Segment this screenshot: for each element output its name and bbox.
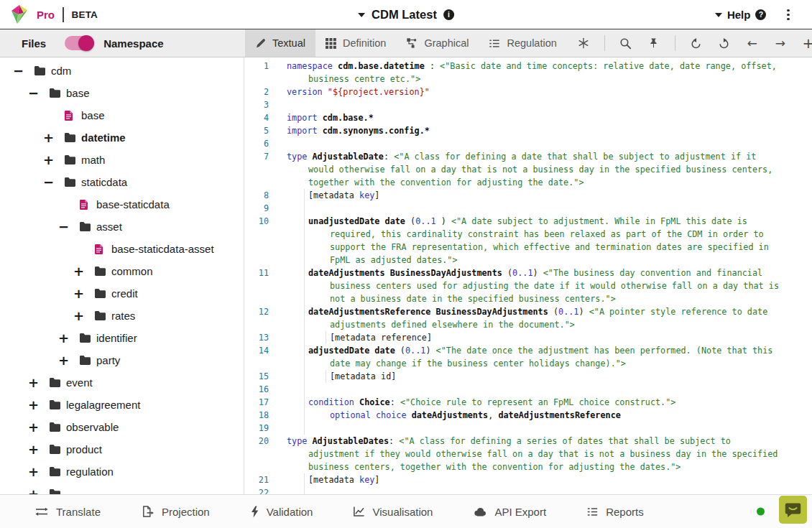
panel-visualisation[interactable]: Visualisation [353, 506, 433, 518]
search-button[interactable] [619, 34, 633, 52]
tree-item-cdm[interactable]: −cdm [0, 60, 244, 82]
expand-icon[interactable]: + [73, 310, 94, 323]
code-line[interactable]: 16 [244, 383, 812, 396]
code-line[interactable]: 19 [244, 422, 812, 435]
tree-item-observable[interactable]: +observable [0, 416, 244, 438]
kebab-menu-icon[interactable] [785, 7, 792, 23]
indent-guide [304, 305, 305, 318]
collapse-icon[interactable]: − [58, 221, 79, 233]
undo-button[interactable] [689, 34, 703, 52]
panel-projection[interactable]: Projection [141, 505, 210, 518]
tree-item-common[interactable]: +common [0, 260, 244, 282]
code-line-wrap[interactable]: FpML as adjusted dates."> [244, 254, 812, 267]
code-line-wrap[interactable]: adjustment if they would otherwise fall … [244, 448, 812, 460]
tree-item-rates[interactable]: +rates [0, 305, 244, 327]
info-icon[interactable]: i [443, 9, 454, 20]
panel-api-export[interactable]: API Export [473, 506, 546, 518]
tree-item-credit[interactable]: +credit [0, 282, 244, 305]
arrow-left-button[interactable]: ← [745, 34, 760, 52]
collapse-icon[interactable]: − [43, 176, 64, 189]
code-line[interactable]: 15[metadata id] [244, 370, 812, 383]
tree-item-regulation[interactable]: +regulation [0, 460, 244, 483]
expand-icon[interactable]: + [28, 421, 49, 434]
tree-item-datetime[interactable]: +datetime [0, 126, 244, 149]
code-line[interactable]: 10unadjustedDate date (0..1 ) <"A date s… [244, 215, 812, 228]
code-line-wrap[interactable]: required, this cardinality constraint ha… [244, 228, 812, 241]
tab-regulation[interactable]: Regulation [479, 29, 566, 57]
code-line[interactable]: 20type AdjustableDates: <"A class for de… [244, 435, 812, 448]
code-line[interactable]: 12dateAdjustmentsReference BusinessDayAd… [244, 305, 812, 318]
asterisk-button[interactable] [576, 34, 591, 52]
code-line-wrap[interactable]: not a business date in the specified bus… [244, 292, 812, 305]
code-line-wrap[interactable]: business centre etc."> [244, 73, 812, 85]
tree-item-staticdata[interactable]: −staticdata [0, 171, 244, 193]
files-namespace-toggle[interactable] [65, 36, 93, 50]
panel-translate[interactable]: Translate [34, 506, 101, 518]
pin-button[interactable] [647, 34, 661, 52]
redo-button[interactable] [717, 34, 732, 52]
code-line[interactable]: 1namespace cdm.base.datetime : <"Basic d… [244, 60, 812, 73]
code-content: would otherwise fall on a day that is no… [287, 163, 772, 176]
code-line[interactable]: 2version "${project.version}" [244, 85, 812, 98]
tab-definition[interactable]: Definition [315, 29, 396, 57]
collapse-icon[interactable]: − [28, 87, 49, 100]
code-line[interactable]: 13[metadata reference] [244, 331, 812, 344]
tree-item-event[interactable]: +event [0, 371, 244, 394]
code-line-wrap[interactable]: business centers used for adjusting the … [244, 279, 812, 292]
code-line[interactable]: 17condition Choice: <"Choice rule to rep… [244, 396, 812, 409]
tree-item-base[interactable]: base [0, 104, 244, 126]
tree-item[interactable]: + [0, 483, 244, 494]
intercom-chat-button[interactable] [779, 496, 807, 524]
code-line[interactable]: 3 [244, 98, 812, 111]
tree-item-identifier[interactable]: +identifier [0, 327, 244, 349]
code-line-wrap[interactable]: together with the convention for adjusti… [244, 176, 812, 189]
expand-icon[interactable]: + [43, 154, 64, 167]
expand-icon[interactable]: + [58, 332, 79, 345]
code-editor[interactable]: 1namespace cdm.base.datetime : <"Basic d… [244, 57, 812, 494]
code-line[interactable]: 9 [244, 202, 812, 215]
expand-icon[interactable]: + [28, 466, 49, 478]
workspace-selector[interactable]: CDM Latest i [358, 0, 454, 29]
code-line[interactable]: 14adjustedDate date (0..1) <"The date on… [244, 344, 812, 357]
code-line[interactable]: 5import cdm.synonyms.config.* [244, 124, 812, 137]
tree-item-legalagreement[interactable]: +legalagreement [0, 394, 244, 416]
code-line[interactable]: 22 [244, 486, 812, 494]
code-line[interactable]: 4import cdm.base.* [244, 111, 812, 124]
expand-icon[interactable]: + [58, 354, 79, 367]
panel-reports[interactable]: Reports [586, 506, 644, 518]
expand-icon[interactable]: + [28, 443, 49, 456]
code-line[interactable]: 18optional choice dateAdjustments, dateA… [244, 409, 812, 422]
tab-textual[interactable]: Textual [245, 29, 315, 57]
expand-icon[interactable]: + [28, 399, 49, 412]
plus-button[interactable]: + [801, 34, 812, 52]
help-menu[interactable]: Help ? [715, 9, 767, 21]
code-line[interactable]: 21[metadata key] [244, 473, 812, 486]
code-line-wrap[interactable]: support the FRA representation, which ef… [244, 241, 812, 254]
tree-item-base[interactable]: −base [0, 82, 244, 104]
code-line-wrap[interactable]: would otherwise fall on a day that is no… [244, 163, 812, 176]
code-line[interactable]: 11dateAdjustments BusinessDayAdjustments… [244, 267, 812, 279]
tree-item-asset[interactable]: −asset [0, 216, 244, 238]
expand-icon[interactable]: + [28, 376, 49, 389]
code-line-wrap[interactable]: date may change if the business center h… [244, 357, 812, 370]
code-line[interactable]: 8[metadata key] [244, 189, 812, 202]
tab-graphical[interactable]: Graphical [396, 29, 479, 57]
expand-icon[interactable]: + [28, 488, 49, 495]
expand-icon[interactable]: + [73, 265, 94, 278]
code-line-wrap[interactable]: adjustments defined elsewhere in the doc… [244, 318, 812, 331]
code-line-wrap[interactable]: business centers, together with the conv… [244, 460, 812, 473]
tree-item-math[interactable]: +math [0, 149, 244, 171]
arrow-right-button[interactable]: → [773, 34, 788, 52]
tree-item-base-staticdata[interactable]: base-staticdata [0, 193, 244, 216]
panel-validation[interactable]: Validation [250, 506, 313, 518]
code-line[interactable]: 6 [244, 137, 812, 150]
panel-label: Projection [162, 506, 210, 518]
expand-icon[interactable]: + [43, 131, 64, 144]
code-line[interactable]: 7type AdjustableDate: <"A class for defi… [244, 150, 812, 163]
tree-item-product[interactable]: +product [0, 438, 244, 460]
line-number: 20 [244, 436, 269, 446]
collapse-icon[interactable]: − [13, 65, 34, 78]
tree-item-party[interactable]: +party [0, 349, 244, 371]
expand-icon[interactable]: + [73, 287, 94, 300]
tree-item-base-staticdata-asset[interactable]: base-staticdata-asset [0, 238, 244, 260]
